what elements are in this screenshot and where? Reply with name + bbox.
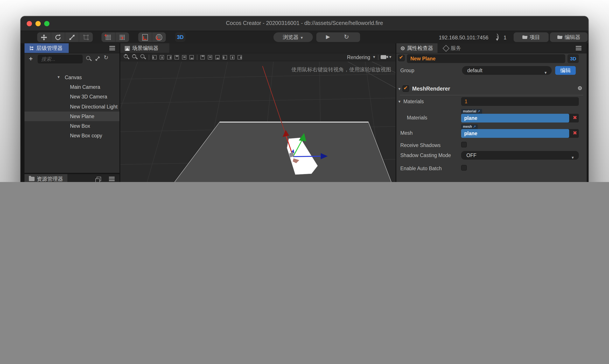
align-center-h-icon[interactable] xyxy=(160,55,164,59)
hierarchy-toolbar: + 搜索... ↻ xyxy=(25,53,119,66)
open-editor-button[interactable]: 编辑器 xyxy=(550,32,588,42)
grid-snap-button[interactable]: + xyxy=(102,32,115,42)
caret-down-icon[interactable]: ▼ xyxy=(398,100,401,104)
local-gizmo-button[interactable] xyxy=(138,32,152,42)
mesh-ref-field[interactable]: plane ✖ xyxy=(461,129,579,138)
material-type-chip[interactable]: material ↗ xyxy=(461,109,482,114)
hierarchy-panel: 层级管理器 + 搜索... ↻ xyxy=(25,43,119,173)
meshrenderer-header[interactable]: ▼ MeshRenderer xyxy=(396,84,587,94)
remove-icon[interactable]: ✖ xyxy=(573,130,577,136)
align-left-icon[interactable] xyxy=(152,55,157,59)
distribute-bottom-icon[interactable] xyxy=(215,55,220,59)
tree-row[interactable]: New Directional Light xyxy=(25,102,119,112)
tree-row[interactable]: New Box xyxy=(25,121,119,131)
align-bottom-icon[interactable] xyxy=(189,55,194,59)
titlebar: Cocos Creator - 20200316001 - db://asset… xyxy=(21,16,588,31)
mesh-type-chip[interactable]: mesh ↗ xyxy=(461,124,478,129)
meshrenderer-enabled-checkbox[interactable] xyxy=(402,85,409,92)
refresh-button[interactable]: ↻ xyxy=(344,33,349,40)
tree-row[interactable]: New 3D Camera xyxy=(25,92,119,102)
rendering-dropdown[interactable]: Rendering xyxy=(347,54,370,60)
tree-row-selected[interactable]: New Plane xyxy=(25,112,119,121)
chevron-down-icon[interactable]: ▼ xyxy=(389,55,392,59)
pixel-snap-button[interactable]: + xyxy=(115,32,129,42)
gizmo-tool-group xyxy=(138,32,166,42)
tab-scene-editor[interactable]: 场景编辑器 xyxy=(120,43,169,53)
open-project-button[interactable]: 项目 xyxy=(514,32,549,42)
global-gizmo-button[interactable] xyxy=(152,32,166,42)
tree-row[interactable]: New Box copy xyxy=(25,131,119,141)
toggle-3d-button[interactable]: 3D xyxy=(175,32,185,42)
distribute-left-icon[interactable] xyxy=(223,55,227,59)
caret-down-icon[interactable]: ▼ xyxy=(398,87,401,91)
inspector-menu-icon[interactable] xyxy=(576,48,582,49)
auto-batch-checkbox[interactable] xyxy=(461,165,467,171)
materials-item-label: Materials xyxy=(407,115,427,120)
external-link-icon: ↗ xyxy=(472,125,476,129)
shadow-casting-dropdown[interactable]: OFF▼ xyxy=(461,151,579,160)
tree-row-canvas[interactable]: ▼ Canvas xyxy=(25,73,119,82)
receive-shadows-checkbox[interactable] xyxy=(461,142,467,147)
play-button[interactable]: ▶ xyxy=(326,34,330,40)
receive-shadows-label: Receive Shadows xyxy=(400,143,441,148)
hierarchy-menu-icon[interactable] xyxy=(109,48,115,49)
caret-down-icon[interactable]: ▼ xyxy=(57,73,60,82)
align-right-icon[interactable] xyxy=(167,55,171,59)
distribute-center-icon[interactable] xyxy=(230,55,234,59)
align-top-icon[interactable] xyxy=(175,55,179,59)
services-icon xyxy=(442,45,449,52)
search-icon[interactable] xyxy=(86,56,91,61)
align-middle-icon[interactable] xyxy=(182,55,186,59)
scene-viewport[interactable]: 使用鼠标右键旋转视角，使用滚轮缩放视图 xyxy=(120,62,396,182)
folder-icon xyxy=(557,35,562,39)
scale-tool-button[interactable] xyxy=(65,32,79,42)
rect-tool-button[interactable] xyxy=(79,32,93,42)
assets-folder-icon xyxy=(29,177,35,181)
tab-inspector[interactable]: 属性检查器 xyxy=(396,43,438,53)
zoom-reset-icon[interactable] xyxy=(141,54,146,60)
zoom-in-icon[interactable]: + xyxy=(124,54,129,60)
preview-target-dropdown[interactable]: 浏览器 ▼ xyxy=(273,32,313,42)
connected-device-count: 1 xyxy=(504,35,506,41)
distribute-middle-icon[interactable] xyxy=(208,55,212,59)
edit-group-button[interactable]: 编辑 xyxy=(555,66,576,75)
node-active-checkbox[interactable] xyxy=(398,55,405,61)
snap-tool-group: + + xyxy=(102,32,129,42)
chevron-down-icon[interactable]: ▼ xyxy=(372,55,376,59)
assets-panel: 资源管理器 + ↓≡ 搜索... Sbox xyxy=(25,174,119,182)
component-gear-icon[interactable] xyxy=(578,86,582,90)
tree-row[interactable]: Main Camera xyxy=(25,82,119,92)
assets-menu-icon[interactable] xyxy=(109,179,115,179)
move-tool-button[interactable] xyxy=(37,32,51,42)
node-3d-badge[interactable]: 3D xyxy=(568,54,579,63)
hierarchy-search-input[interactable]: 搜索... xyxy=(38,55,83,64)
node-name-input[interactable]: New Plane xyxy=(407,54,565,63)
scene-toolbar: + − xyxy=(120,53,396,61)
external-link-icon: ↗ xyxy=(476,109,480,113)
camera-preview-icon[interactable] xyxy=(381,55,386,59)
zoom-out-icon[interactable]: − xyxy=(132,54,137,60)
tab-hierarchy[interactable]: 层级管理器 xyxy=(25,43,69,53)
transform-tool-group xyxy=(37,32,93,42)
inspector-panel: 属性检查器 服务 New Plane 3D Group xyxy=(396,43,587,182)
remove-icon[interactable]: ✖ xyxy=(573,115,577,121)
add-node-button[interactable]: + xyxy=(29,55,33,62)
materials-count-input[interactable]: 1 xyxy=(461,97,579,106)
scene-3d-render xyxy=(120,62,396,182)
tab-assets[interactable]: 资源管理器 xyxy=(25,174,67,182)
group-dropdown[interactable]: default▼ xyxy=(462,66,552,75)
distribute-right-icon[interactable] xyxy=(238,55,242,59)
materials-label: Materials xyxy=(403,99,424,104)
hierarchy-tree-icon xyxy=(29,46,34,51)
expand-all-icon[interactable] xyxy=(95,56,100,61)
scene-editor-panel: 场景编辑器 + − xyxy=(120,43,396,182)
auto-batch-label: Enable Auto Batch xyxy=(400,166,442,171)
tab-services[interactable]: 服务 xyxy=(439,43,466,53)
distribute-top-icon[interactable] xyxy=(200,55,205,59)
main-area: 层级管理器 + 搜索... ↻ xyxy=(21,43,588,182)
rotate-tool-button[interactable] xyxy=(51,32,65,42)
left-column: 层级管理器 + 搜索... ↻ xyxy=(25,43,119,182)
duplicate-panel-icon[interactable] xyxy=(97,177,101,181)
refresh-hierarchy-icon[interactable]: ↻ xyxy=(104,54,108,61)
material-ref-field[interactable]: plane ✖ xyxy=(461,114,579,122)
